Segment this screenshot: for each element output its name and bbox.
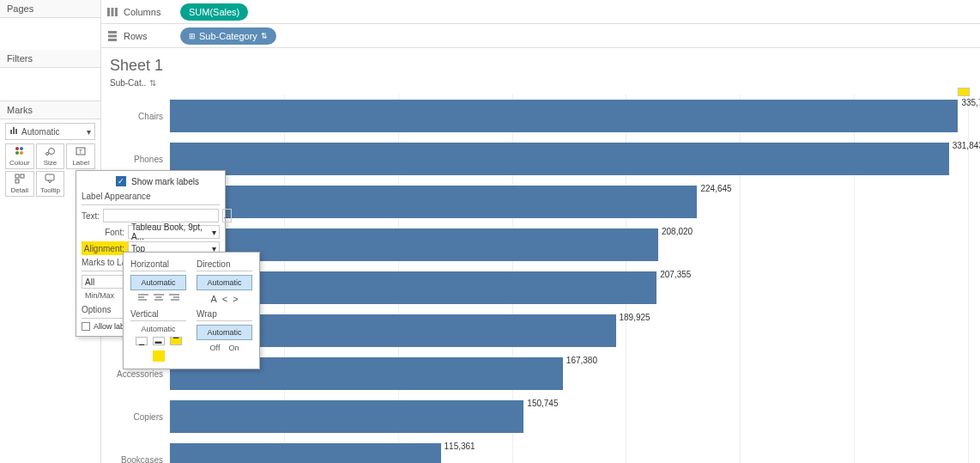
svg-rect-17 <box>15 174 19 178</box>
svg-point-11 <box>15 151 19 155</box>
alignment-label: Alignment: <box>82 244 124 253</box>
allow-overlap-text: Allow lab <box>94 322 124 331</box>
bar-row: Bookcases 115,361 <box>110 438 971 463</box>
font-label: Font: <box>82 228 124 237</box>
all-text: All <box>85 277 94 287</box>
cell-label: Label <box>72 159 89 167</box>
chevron-down-icon: ▾ <box>212 228 216 237</box>
show-mark-labels-text: Show mark labels <box>131 177 199 186</box>
svg-rect-5 <box>108 39 117 41</box>
label-text-edit-button[interactable]: … <box>222 209 232 222</box>
bar-value-label: 189,925 <box>620 313 650 322</box>
colour-icon <box>15 146 25 159</box>
svg-rect-18 <box>21 174 24 178</box>
direction-up-icon[interactable]: < <box>222 294 227 304</box>
bar[interactable] <box>170 443 441 463</box>
marks-tooltip-button[interactable]: Tooltip <box>36 171 65 197</box>
chevron-down-icon: ▾ <box>87 127 91 137</box>
direction-header: Direction <box>197 259 252 271</box>
cell-label: Colour <box>9 159 30 167</box>
bar-row: Chairs 335,768 <box>110 94 971 137</box>
valign-bottom-icon[interactable]: ▁ <box>136 337 148 345</box>
svg-point-9 <box>15 147 19 150</box>
wrap-header: Wrap <box>197 309 252 321</box>
bar-row: 224,645 <box>110 180 971 223</box>
svg-point-14 <box>49 149 55 155</box>
columns-pill-sum-sales[interactable]: SUM(Sales) <box>180 3 248 21</box>
label-highlight-marker <box>958 88 970 96</box>
bar[interactable] <box>170 186 697 218</box>
columns-icon <box>106 6 118 18</box>
pill-text: SUM(Sales) <box>189 7 239 17</box>
svg-point-10 <box>20 147 23 150</box>
vertical-header: Vertical <box>130 309 186 321</box>
marks-dropdown-text: Automatic <box>21 127 59 137</box>
rows-shelf[interactable]: Rows ⊞ Sub-Category ⇅ <box>101 24 980 48</box>
rows-icon <box>106 30 118 42</box>
align-right-icon[interactable] <box>169 294 179 304</box>
marks-size-button[interactable]: Size <box>36 143 65 169</box>
direction-horizontal-icon[interactable]: A <box>210 294 216 304</box>
bar-icon <box>9 126 18 137</box>
bar[interactable] <box>170 143 949 175</box>
svg-point-13 <box>46 153 49 155</box>
svg-rect-3 <box>108 31 117 34</box>
horizontal-header: Horizontal <box>130 259 186 271</box>
pages-panel-header: Pages <box>0 0 100 18</box>
align-center-icon[interactable] <box>154 294 164 304</box>
cell-label: Size <box>44 159 57 167</box>
marks-label-button[interactable]: T Label <box>66 143 95 169</box>
subcategory-header[interactable]: Sub-Cat.. ⇅ <box>110 78 971 88</box>
valign-top-icon[interactable]: ▔ <box>170 337 182 345</box>
align-left-icon[interactable] <box>138 294 148 304</box>
detail-icon <box>15 174 25 186</box>
wrap-off[interactable]: Off <box>210 344 221 352</box>
tooltip-icon <box>45 174 55 186</box>
marks-colour-button[interactable]: Colour <box>5 143 34 169</box>
valign-middle-icon[interactable]: ▬ <box>153 337 165 345</box>
marks-to-label-all[interactable]: All <box>82 275 124 289</box>
marks-panel-header: Marks <box>0 101 100 119</box>
svg-text:T: T <box>79 149 83 155</box>
marks-type-dropdown[interactable]: Automatic ▾ <box>5 123 95 140</box>
marks-detail-button[interactable]: Detail <box>5 171 34 197</box>
bar-value-label: 150,745 <box>527 399 558 408</box>
dimension-icon: ⊞ <box>189 32 196 40</box>
sort-icon[interactable]: ⇅ <box>149 78 156 88</box>
label-icon: T <box>76 146 86 159</box>
alignment-popup: Horizontal Automatic Vertical Automatic … <box>123 252 260 369</box>
cell-label: Tooltip <box>40 186 60 194</box>
svg-rect-19 <box>15 180 19 183</box>
wrap-automatic-button[interactable]: Automatic <box>197 325 252 340</box>
size-icon <box>45 146 55 159</box>
bar-value-label: 207,355 <box>660 270 691 279</box>
svg-rect-20 <box>45 174 54 180</box>
svg-point-12 <box>20 151 23 155</box>
columns-label: Columns <box>124 7 175 17</box>
font-select[interactable]: Tableau Book, 9pt, A... ▾ <box>128 225 220 239</box>
columns-shelf[interactable]: Columns SUM(Sales) <box>101 0 980 24</box>
svg-rect-7 <box>13 127 15 134</box>
show-mark-labels-checkbox[interactable]: ✓ <box>116 176 126 186</box>
svg-rect-1 <box>112 8 114 16</box>
sort-desc-icon: ⇅ <box>261 32 268 40</box>
label-text-input[interactable] <box>103 209 219 222</box>
bar[interactable] <box>170 400 523 433</box>
rows-pill-subcategory[interactable]: ⊞ Sub-Category ⇅ <box>180 27 276 45</box>
direction-down-icon[interactable]: > <box>233 294 238 304</box>
bar-value-label: 331,843 <box>953 141 980 150</box>
svg-rect-2 <box>115 8 118 16</box>
bar-category-label: Bookcases <box>110 455 170 464</box>
horizontal-automatic-button[interactable]: Automatic <box>130 275 186 290</box>
bar[interactable] <box>170 100 958 132</box>
allow-overlap-checkbox[interactable] <box>82 322 90 331</box>
wrap-on[interactable]: On <box>228 344 239 352</box>
text-label: Text: <box>82 211 100 221</box>
bar-value-label: 208,020 <box>662 227 693 236</box>
bar-row: Phones 331,843 <box>110 137 971 180</box>
bar-row: Copiers 150,745 <box>110 395 971 438</box>
bar-value-label: 167,380 <box>566 356 597 365</box>
bar-category-label: Chairs <box>110 112 170 121</box>
direction-automatic-button[interactable]: Automatic <box>197 275 252 290</box>
svg-rect-8 <box>15 129 17 134</box>
